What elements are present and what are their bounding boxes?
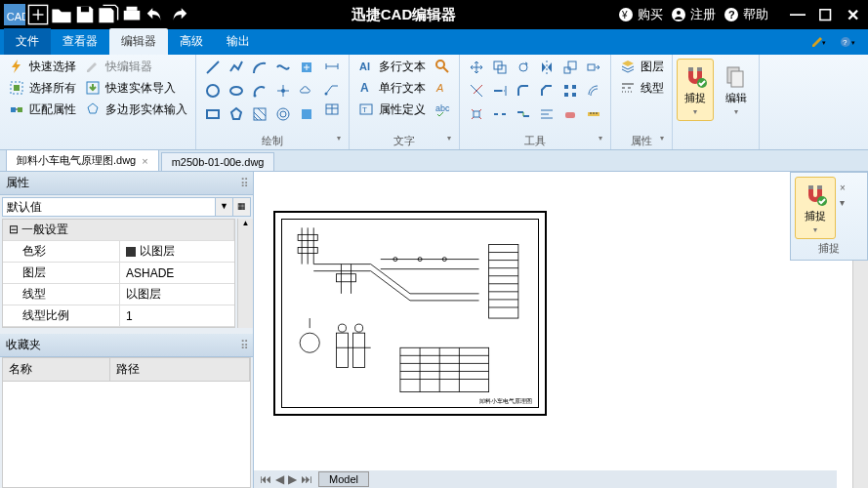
text-style[interactable]: A [432, 78, 453, 98]
group-label-draw[interactable]: 绘制 [202, 133, 343, 149]
offset-tool[interactable] [583, 80, 604, 102]
text-spell[interactable]: abc [432, 100, 453, 119]
minimize-button[interactable]: — [786, 4, 809, 25]
arc-tool[interactable] [249, 57, 270, 78]
measure-tool[interactable] [583, 103, 604, 125]
mirror-tool[interactable] [536, 57, 558, 78]
props-panel-title[interactable]: 属性⠿ [0, 172, 253, 195]
doctab-2[interactable]: m250b-01-00e.dwg [161, 152, 275, 171]
menu-advanced[interactable]: 高级 [168, 28, 215, 55]
move-tool[interactable] [466, 57, 487, 78]
polygon-input[interactable]: 多边形实体输入 [82, 100, 189, 119]
entity-import[interactable]: 快速实体导入 [82, 78, 189, 98]
circle-tool[interactable] [202, 80, 224, 102]
edit-button[interactable]: 编辑 ▾ [718, 59, 755, 121]
combo-dropdown-icon[interactable]: ▼ [216, 197, 233, 217]
block-tool[interactable] [296, 103, 317, 125]
quick-select[interactable]: 快速选择 [6, 57, 78, 76]
menu-editor[interactable]: 编辑器 [109, 28, 168, 55]
fav-panel-title[interactable]: 收藏夹⠿ [0, 334, 253, 357]
draw-extra3[interactable] [321, 100, 343, 119]
chamfer-tool[interactable] [536, 80, 558, 102]
doctab-1[interactable]: 卸料小车电气原理图.dwg× [6, 149, 159, 171]
hatch-tool[interactable] [249, 103, 270, 125]
menu-viewer[interactable]: 查看器 [51, 28, 109, 55]
ellipse-tool[interactable] [226, 80, 247, 102]
trim-tool[interactable] [466, 80, 487, 102]
register-link[interactable]: 注册 [671, 6, 716, 23]
float-snap-button[interactable]: 捕捉 ▾ [795, 177, 836, 239]
close-button[interactable]: ✕ [841, 4, 864, 25]
props-scrollbar[interactable]: ▲ [237, 219, 253, 328]
grip-icon[interactable]: ⠿ [240, 339, 247, 352]
prop-scale[interactable]: 线型比例1 [3, 305, 234, 327]
mtext[interactable]: AI多行文本 [355, 57, 428, 76]
array-tool[interactable] [559, 80, 581, 102]
match-props[interactable]: 匹配属性 [6, 100, 78, 119]
props-default-combo[interactable]: ▼ ▦ [2, 197, 251, 217]
select-all[interactable]: 选择所有 [6, 78, 78, 98]
layer-button[interactable]: 图层 [617, 57, 666, 76]
save-icon[interactable] [74, 4, 96, 25]
help-link[interactable]: ?帮助 [723, 6, 768, 23]
quick-editor[interactable]: 快编辑器 [82, 57, 189, 76]
insert-tool[interactable] [296, 57, 317, 78]
dtext[interactable]: A单行文本 [355, 78, 428, 98]
attdef[interactable]: T属性定义 [355, 100, 428, 119]
model-tab[interactable]: Model [318, 471, 369, 487]
group-label-tools[interactable]: 工具 [466, 133, 604, 149]
linetype-button[interactable]: 线型 [617, 78, 666, 98]
join-tool[interactable] [513, 103, 534, 125]
copy-tool[interactable] [489, 57, 511, 78]
line-tool[interactable] [202, 57, 224, 78]
prop-linetype[interactable]: 线型以图层 [3, 284, 234, 305]
erase-tool[interactable] [559, 103, 581, 125]
tab-prev-icon[interactable]: ◀ [273, 472, 286, 486]
open-icon[interactable] [51, 4, 72, 25]
help-dropdown-icon[interactable]: ?▾ [837, 32, 860, 52]
text-find[interactable] [432, 57, 453, 76]
snap-button[interactable]: 捕捉 ▾ [677, 59, 714, 121]
break-tool[interactable] [489, 103, 511, 125]
grip-icon[interactable]: ⠿ [240, 177, 247, 190]
saveall-icon[interactable] [98, 4, 119, 25]
props-default-input[interactable] [2, 197, 216, 217]
fav-col-path[interactable]: 路径 [110, 358, 250, 381]
new-icon[interactable] [27, 4, 49, 25]
point-tool[interactable] [272, 80, 294, 102]
props-general-header[interactable]: ⊟ 一般设置 [3, 220, 234, 241]
undo-icon[interactable] [145, 4, 166, 25]
fav-col-name[interactable]: 名称 [3, 358, 110, 381]
cloud-tool[interactable] [296, 80, 317, 102]
tab-last-icon[interactable]: ⏭ [299, 472, 314, 486]
rect-tool[interactable] [202, 103, 224, 125]
rotate-tool[interactable] [513, 57, 534, 78]
drawing-canvas[interactable]: 卸料小车电气原理图 ⏮ ◀ ▶ ⏭ Model [254, 172, 868, 488]
polygon2-tool[interactable] [226, 103, 247, 125]
pen-dropdown-icon[interactable]: ▾ [807, 32, 831, 52]
explode-tool[interactable] [466, 103, 487, 125]
spline-tool[interactable] [272, 57, 294, 78]
scale-tool[interactable] [559, 57, 581, 78]
print-icon[interactable] [121, 4, 143, 25]
polyline-tool[interactable] [226, 57, 247, 78]
tab-first-icon[interactable]: ⏮ [258, 472, 273, 486]
redo-icon[interactable] [168, 4, 189, 25]
arc2-tool[interactable] [249, 80, 270, 102]
fillet-tool[interactable] [513, 80, 534, 102]
group-label-props[interactable]: 属性 [617, 133, 666, 149]
maximize-button[interactable]: ☐ [813, 4, 837, 25]
tab-next-icon[interactable]: ▶ [286, 472, 299, 486]
draw-extra2[interactable] [321, 78, 343, 98]
extend-tool[interactable] [489, 80, 511, 102]
draw-extra1[interactable] [321, 57, 343, 76]
float-close-icon[interactable]: × [840, 183, 855, 193]
buy-link[interactable]: ¥购买 [618, 6, 663, 23]
close-tab-icon[interactable]: × [142, 155, 147, 167]
prop-color[interactable]: 色彩以图层 [3, 241, 234, 263]
menu-file[interactable]: 文件 [4, 28, 51, 55]
combo-button-icon[interactable]: ▦ [233, 197, 251, 217]
align-tool[interactable] [536, 103, 558, 125]
group-label-text[interactable]: 文字 [355, 133, 453, 149]
stretch-tool[interactable] [583, 57, 604, 78]
